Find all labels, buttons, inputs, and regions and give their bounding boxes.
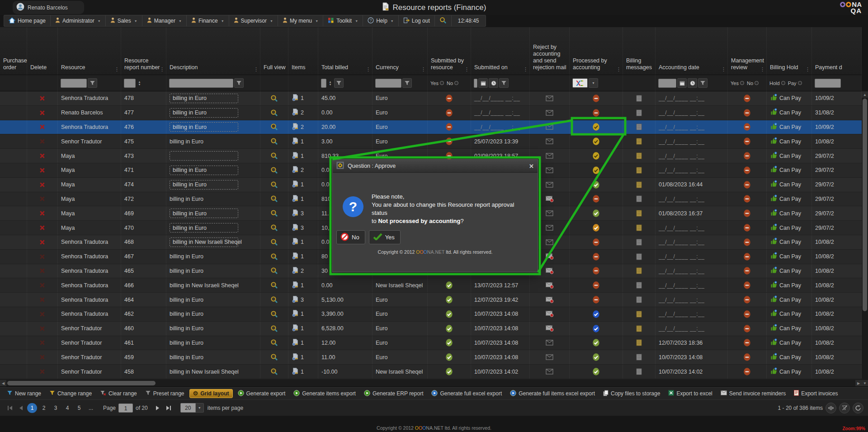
yes-button[interactable]: Yes xyxy=(369,230,401,244)
menu-item-sales[interactable]: Sales▼ xyxy=(106,15,142,26)
processed-status-icon[interactable] xyxy=(570,365,623,379)
column-header-reject-by-accounting-and-send-rejection-mail[interactable]: Reject by accounting and send rejection … xyxy=(530,27,570,75)
management-review-icon[interactable] xyxy=(728,365,767,379)
column-header-currency[interactable]: Currency⋮ xyxy=(373,27,428,75)
delete-icon[interactable] xyxy=(27,264,58,278)
column-menu-icon[interactable]: ⋮ xyxy=(523,68,528,70)
no-button[interactable]: No xyxy=(336,230,365,244)
management-review-icon[interactable] xyxy=(728,149,767,163)
billing-messages-icon[interactable] xyxy=(623,134,656,148)
toolbar-button-copy-files-to-storage[interactable]: Copy files to storage xyxy=(600,389,663,399)
toolbar-button-export-invoices[interactable]: Export invoices xyxy=(791,389,841,398)
filter-funnel-icon[interactable] xyxy=(499,78,509,88)
delete-icon[interactable] xyxy=(27,91,58,105)
full-view-icon[interactable] xyxy=(260,192,288,206)
management-review-icon[interactable] xyxy=(728,235,767,249)
processed-status-icon[interactable] xyxy=(570,264,623,278)
reject-mail-icon[interactable] xyxy=(530,106,570,120)
column-header-management-review[interactable]: Management review⋮ xyxy=(728,27,767,75)
page-number-3[interactable]: 3 xyxy=(51,403,61,413)
full-view-icon[interactable] xyxy=(260,250,288,264)
column-menu-icon[interactable]: ⋮ xyxy=(160,68,165,70)
prev-page-button[interactable] xyxy=(15,403,26,413)
table-row[interactable]: Senhor Tradutor459billing in Euro0111.00… xyxy=(0,350,862,365)
delete-icon[interactable] xyxy=(27,336,58,350)
fit-columns-button[interactable] xyxy=(826,403,836,413)
scroll-right-icon[interactable]: ▶ xyxy=(855,380,862,386)
table-row[interactable]: Senhor Tradutor461billing in Euro0112.00… xyxy=(0,336,862,351)
delete-icon[interactable] xyxy=(27,250,58,264)
delete-icon[interactable] xyxy=(27,221,58,235)
full-view-icon[interactable] xyxy=(260,365,288,379)
toolbar-button-generate-items-export[interactable]: Generate items export xyxy=(290,389,359,399)
filter-input[interactable] xyxy=(375,79,401,88)
toolbar-button-generate-export[interactable]: Generate export xyxy=(235,389,289,399)
billing-messages-icon[interactable] xyxy=(623,91,656,105)
reject-mail-icon[interactable] xyxy=(530,278,570,292)
column-header-billing-messages[interactable]: Billing messages xyxy=(623,27,656,75)
billing-messages-icon[interactable] xyxy=(623,365,656,379)
delete-icon[interactable] xyxy=(27,134,58,148)
table-row[interactable]: Senhor Tradutor460billing in Euro016,528… xyxy=(0,322,862,336)
radio-button[interactable] xyxy=(781,81,785,85)
column-header-payment-d[interactable]: Payment d xyxy=(812,27,862,75)
dialog-title-bar[interactable]: Question : Approve ✕ xyxy=(333,160,538,173)
reject-mail-icon[interactable] xyxy=(530,91,570,105)
filter-input[interactable] xyxy=(658,79,676,88)
table-row[interactable]: Renato Barcelos477billing in Euro020.00E… xyxy=(0,106,862,120)
processed-status-icon[interactable] xyxy=(570,221,623,235)
description-input[interactable]: billing in Euro xyxy=(170,122,238,132)
reject-mail-icon[interactable] xyxy=(530,134,570,148)
cell-billing-hold[interactable]: 0Can Pay xyxy=(767,178,812,192)
management-review-icon[interactable] xyxy=(728,91,767,105)
clock-icon[interactable] xyxy=(688,78,697,88)
processed-status-icon[interactable] xyxy=(570,91,623,105)
processed-status-icon[interactable] xyxy=(570,322,623,336)
horizontal-scrollbar[interactable]: ◀ ▶ xyxy=(0,380,862,386)
billing-messages-icon[interactable] xyxy=(623,163,656,177)
billing-messages-icon[interactable] xyxy=(623,264,656,278)
description-input[interactable]: billing in Euro xyxy=(170,223,238,233)
filter-input[interactable] xyxy=(321,79,326,88)
cell-billing-hold[interactable]: 0Can Pay xyxy=(767,336,812,350)
cell-billing-hold[interactable]: 0Can Pay xyxy=(767,192,812,206)
full-view-icon[interactable] xyxy=(260,293,288,307)
menu-item-finance[interactable]: Finance▼ xyxy=(187,15,229,26)
billing-messages-icon[interactable] xyxy=(623,120,656,134)
last-page-button[interactable] xyxy=(163,403,174,413)
processed-status-icon[interactable] xyxy=(570,178,623,192)
table-row[interactable]: Senhora Tradutora466billing in New Israe… xyxy=(0,278,862,293)
reject-mail-icon[interactable] xyxy=(530,322,570,336)
billing-messages-icon[interactable] xyxy=(623,278,656,292)
filter-input[interactable] xyxy=(169,79,233,88)
delete-icon[interactable] xyxy=(27,178,58,192)
first-page-button[interactable] xyxy=(5,403,15,413)
description-input[interactable]: billing in Euro xyxy=(170,108,238,118)
filter-funnel-icon[interactable] xyxy=(234,78,244,88)
full-view-icon[interactable] xyxy=(260,235,288,249)
cell-billing-hold[interactable]: 0Can Pay xyxy=(767,206,812,220)
table-row[interactable]: Senhor Tradutor458billing in New Israeli… xyxy=(0,365,862,379)
refresh-button[interactable] xyxy=(853,403,863,413)
description-input[interactable]: billing in Euro xyxy=(170,209,238,218)
management-review-icon[interactable] xyxy=(728,192,767,206)
filter-input[interactable] xyxy=(815,79,841,88)
radio-button[interactable] xyxy=(454,81,458,85)
toolbar-button-grid-layout[interactable]: ⚙Grid layout xyxy=(189,389,233,398)
column-menu-icon[interactable]: ⋮ xyxy=(760,68,765,70)
filter-funnel-icon[interactable] xyxy=(334,78,344,88)
reject-mail-icon[interactable] xyxy=(530,365,570,379)
column-menu-icon[interactable]: ⋮ xyxy=(805,68,810,70)
billing-messages-icon[interactable] xyxy=(623,250,656,264)
processed-status-icon[interactable] xyxy=(570,307,623,321)
toolbar-button-export-to-excel[interactable]: Export to excel xyxy=(665,389,715,398)
description-input[interactable]: billing in New Israeli Sheqel xyxy=(170,237,238,247)
cell-billing-hold[interactable]: 0Can Pay xyxy=(767,149,812,163)
table-row[interactable]: Senhora Tradutora462billing in Euro013,3… xyxy=(0,307,862,322)
filter-funnel-icon[interactable] xyxy=(88,78,97,88)
description-input[interactable]: billing in Euro xyxy=(170,180,238,190)
radio-button[interactable] xyxy=(755,81,759,85)
management-review-icon[interactable] xyxy=(728,307,767,321)
description-input[interactable]: billing in Euro xyxy=(170,166,238,175)
filter-funnel-icon[interactable] xyxy=(402,78,412,88)
